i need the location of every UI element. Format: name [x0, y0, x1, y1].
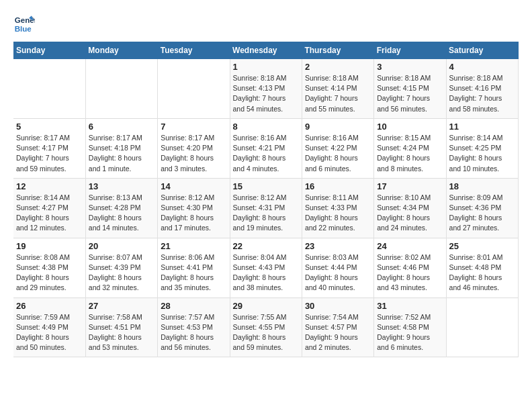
- week-row-5: 26Sunrise: 7:59 AM Sunset: 4:49 PM Dayli…: [13, 298, 519, 357]
- day-info: Sunrise: 8:16 AM Sunset: 4:21 PM Dayligh…: [233, 133, 299, 174]
- calendar-cell: 10Sunrise: 8:15 AM Sunset: 4:24 PM Dayli…: [374, 118, 446, 178]
- calendar-cell: 26Sunrise: 7:59 AM Sunset: 4:49 PM Dayli…: [13, 298, 85, 357]
- day-number: 25: [449, 241, 515, 251]
- day-number: 11: [449, 122, 515, 132]
- day-header-monday: Monday: [85, 42, 157, 59]
- day-info: Sunrise: 8:15 AM Sunset: 4:24 PM Dayligh…: [377, 133, 443, 174]
- day-info: Sunrise: 8:14 AM Sunset: 4:25 PM Dayligh…: [449, 133, 515, 174]
- calendar-cell: 13Sunrise: 8:13 AM Sunset: 4:28 PM Dayli…: [85, 178, 157, 238]
- day-info: Sunrise: 7:57 AM Sunset: 4:53 PM Dayligh…: [161, 312, 226, 353]
- page-header: General Blue: [13, 13, 519, 35]
- calendar-cell: 31Sunrise: 7:52 AM Sunset: 4:58 PM Dayli…: [374, 298, 446, 357]
- week-row-2: 5Sunrise: 8:17 AM Sunset: 4:17 PM Daylig…: [13, 118, 519, 178]
- day-number: 13: [89, 181, 154, 191]
- day-number: 6: [89, 122, 154, 132]
- day-number: 3: [377, 62, 443, 72]
- calendar-cell: 14Sunrise: 8:12 AM Sunset: 4:30 PM Dayli…: [158, 178, 230, 238]
- day-number: 9: [305, 122, 371, 132]
- day-info: Sunrise: 7:59 AM Sunset: 4:49 PM Dayligh…: [16, 312, 83, 353]
- day-number: 16: [305, 181, 371, 191]
- day-number: 20: [89, 241, 154, 251]
- day-header-tuesday: Tuesday: [158, 42, 230, 59]
- calendar-cell: 9Sunrise: 8:16 AM Sunset: 4:22 PM Daylig…: [302, 118, 373, 178]
- day-number: 30: [305, 301, 371, 311]
- week-row-1: 1Sunrise: 8:18 AM Sunset: 4:13 PM Daylig…: [13, 59, 519, 118]
- day-header-saturday: Saturday: [446, 42, 518, 59]
- calendar-cell: 23Sunrise: 8:03 AM Sunset: 4:44 PM Dayli…: [302, 238, 373, 298]
- calendar-cell: 30Sunrise: 7:54 AM Sunset: 4:57 PM Dayli…: [302, 298, 373, 357]
- calendar-cell: 22Sunrise: 8:04 AM Sunset: 4:43 PM Dayli…: [230, 238, 302, 298]
- day-header-thursday: Thursday: [302, 42, 373, 59]
- day-info: Sunrise: 7:55 AM Sunset: 4:55 PM Dayligh…: [233, 312, 299, 353]
- calendar-cell: 3Sunrise: 8:18 AM Sunset: 4:15 PM Daylig…: [374, 59, 446, 118]
- calendar-cell: 12Sunrise: 8:14 AM Sunset: 4:27 PM Dayli…: [13, 178, 85, 238]
- calendar-cell: 24Sunrise: 8:02 AM Sunset: 4:46 PM Dayli…: [374, 238, 446, 298]
- calendar-cell: 16Sunrise: 8:11 AM Sunset: 4:33 PM Dayli…: [302, 178, 373, 238]
- calendar-cell: [85, 59, 157, 118]
- day-info: Sunrise: 8:11 AM Sunset: 4:33 PM Dayligh…: [305, 193, 371, 234]
- day-number: 18: [449, 181, 515, 191]
- calendar-cell: 19Sunrise: 8:08 AM Sunset: 4:38 PM Dayli…: [13, 238, 85, 298]
- day-number: 28: [161, 301, 226, 311]
- day-number: 29: [233, 301, 299, 311]
- day-info: Sunrise: 8:13 AM Sunset: 4:28 PM Dayligh…: [89, 193, 154, 234]
- day-info: Sunrise: 8:18 AM Sunset: 4:15 PM Dayligh…: [377, 73, 443, 114]
- day-info: Sunrise: 8:17 AM Sunset: 4:20 PM Dayligh…: [161, 133, 226, 174]
- day-info: Sunrise: 8:07 AM Sunset: 4:39 PM Dayligh…: [89, 253, 154, 293]
- day-info: Sunrise: 8:17 AM Sunset: 4:17 PM Dayligh…: [16, 133, 83, 174]
- calendar-cell: 5Sunrise: 8:17 AM Sunset: 4:17 PM Daylig…: [13, 118, 85, 178]
- calendar-cell: [158, 59, 230, 118]
- day-header-wednesday: Wednesday: [230, 42, 302, 59]
- day-number: 2: [305, 62, 371, 72]
- day-number: 21: [161, 241, 226, 251]
- day-number: 14: [161, 181, 226, 191]
- calendar-cell: 28Sunrise: 7:57 AM Sunset: 4:53 PM Dayli…: [158, 298, 230, 357]
- day-info: Sunrise: 8:04 AM Sunset: 4:43 PM Dayligh…: [233, 253, 299, 293]
- calendar-cell: 27Sunrise: 7:58 AM Sunset: 4:51 PM Dayli…: [85, 298, 157, 357]
- calendar-cell: 7Sunrise: 8:17 AM Sunset: 4:20 PM Daylig…: [158, 118, 230, 178]
- day-number: 23: [305, 241, 371, 251]
- days-of-week-row: SundayMondayTuesdayWednesdayThursdayFrid…: [13, 42, 519, 59]
- day-number: 26: [16, 301, 83, 311]
- day-number: 5: [16, 122, 83, 132]
- day-info: Sunrise: 8:12 AM Sunset: 4:31 PM Dayligh…: [233, 193, 299, 234]
- day-info: Sunrise: 8:18 AM Sunset: 4:13 PM Dayligh…: [233, 73, 299, 114]
- logo-icon: General Blue: [13, 13, 35, 35]
- day-info: Sunrise: 8:10 AM Sunset: 4:34 PM Dayligh…: [377, 193, 443, 234]
- day-number: 24: [377, 241, 443, 251]
- day-number: 8: [233, 122, 299, 132]
- day-info: Sunrise: 8:01 AM Sunset: 4:48 PM Dayligh…: [449, 253, 515, 293]
- day-number: 31: [377, 301, 443, 311]
- day-info: Sunrise: 8:14 AM Sunset: 4:27 PM Dayligh…: [16, 193, 83, 234]
- calendar-cell: 17Sunrise: 8:10 AM Sunset: 4:34 PM Dayli…: [374, 178, 446, 238]
- logo: General Blue: [13, 13, 38, 35]
- calendar-table: SundayMondayTuesdayWednesdayThursdayFrid…: [13, 42, 519, 357]
- day-info: Sunrise: 8:18 AM Sunset: 4:14 PM Dayligh…: [305, 73, 371, 114]
- day-info: Sunrise: 7:54 AM Sunset: 4:57 PM Dayligh…: [305, 312, 371, 353]
- calendar-cell: 20Sunrise: 8:07 AM Sunset: 4:39 PM Dayli…: [85, 238, 157, 298]
- calendar-cell: 6Sunrise: 8:17 AM Sunset: 4:18 PM Daylig…: [85, 118, 157, 178]
- calendar-cell: 8Sunrise: 8:16 AM Sunset: 4:21 PM Daylig…: [230, 118, 302, 178]
- calendar-cell: [13, 59, 85, 118]
- day-number: 15: [233, 181, 299, 191]
- day-info: Sunrise: 8:06 AM Sunset: 4:41 PM Dayligh…: [161, 253, 226, 293]
- day-info: Sunrise: 7:58 AM Sunset: 4:51 PM Dayligh…: [89, 312, 154, 353]
- day-info: Sunrise: 8:09 AM Sunset: 4:36 PM Dayligh…: [449, 193, 515, 234]
- day-info: Sunrise: 8:02 AM Sunset: 4:46 PM Dayligh…: [377, 253, 443, 293]
- calendar-cell: 1Sunrise: 8:18 AM Sunset: 4:13 PM Daylig…: [230, 59, 302, 118]
- day-number: 12: [16, 181, 83, 191]
- calendar-cell: 18Sunrise: 8:09 AM Sunset: 4:36 PM Dayli…: [446, 178, 518, 238]
- day-info: Sunrise: 8:16 AM Sunset: 4:22 PM Dayligh…: [305, 133, 371, 174]
- day-info: Sunrise: 8:12 AM Sunset: 4:30 PM Dayligh…: [161, 193, 226, 234]
- week-row-4: 19Sunrise: 8:08 AM Sunset: 4:38 PM Dayli…: [13, 238, 519, 298]
- day-info: Sunrise: 8:03 AM Sunset: 4:44 PM Dayligh…: [305, 253, 371, 293]
- day-number: 1: [233, 62, 299, 72]
- day-number: 19: [16, 241, 83, 251]
- day-number: 17: [377, 181, 443, 191]
- day-info: Sunrise: 8:18 AM Sunset: 4:16 PM Dayligh…: [449, 73, 515, 114]
- day-info: Sunrise: 7:52 AM Sunset: 4:58 PM Dayligh…: [377, 312, 443, 353]
- day-number: 10: [377, 122, 443, 132]
- calendar-cell: 11Sunrise: 8:14 AM Sunset: 4:25 PM Dayli…: [446, 118, 518, 178]
- day-number: 22: [233, 241, 299, 251]
- calendar-cell: 15Sunrise: 8:12 AM Sunset: 4:31 PM Dayli…: [230, 178, 302, 238]
